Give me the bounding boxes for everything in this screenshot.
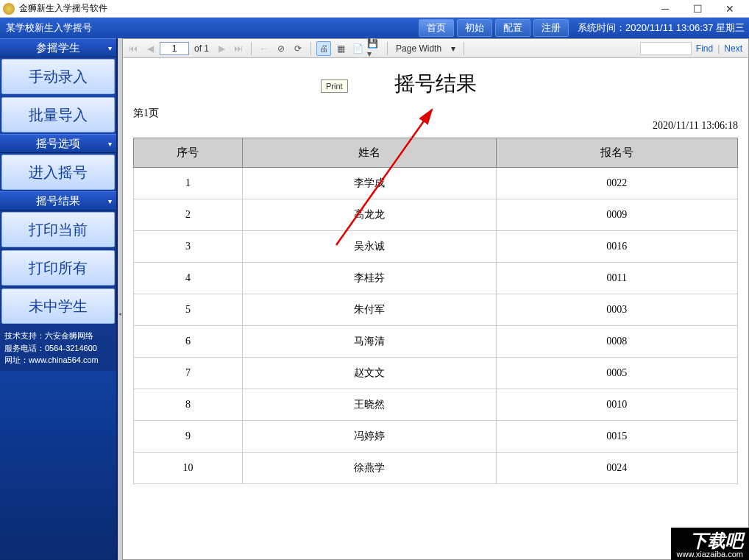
cell-seq: 4	[134, 263, 243, 294]
results-table: 序号 姓名 报名号 1李学成00222高龙龙00093吴永诚00164李桂芬00…	[133, 138, 738, 484]
window-title: 金狮新生入学摇号软件	[19, 2, 107, 15]
cell-seq: 6	[134, 326, 243, 358]
watermark-url: www.xiazaiba.com	[677, 550, 743, 559]
section-students[interactable]: 参摇学生 ▾	[0, 38, 116, 57]
cell-regno: 0016	[496, 231, 737, 263]
splitter[interactable]: ◂	[118, 38, 122, 560]
section-students-label: 参摇学生	[36, 41, 80, 55]
app-header: 某学校新生入学摇号 首页 初始 配置 注册 系统时间：2020/11/11 13…	[0, 18, 749, 38]
col-regno: 报名号	[496, 138, 737, 168]
cell-regno: 0015	[496, 421, 737, 453]
table-row: 1李学成0022	[134, 168, 738, 199]
table-row: 10徐燕学0024	[134, 453, 738, 484]
cell-name: 赵文文	[242, 358, 496, 389]
report-viewer: ⏮ ◀ of 1 ▶ ⏭ ← ⊘ ⟳ 🖨 ▦ 📄 💾▾ Page Width ▾…	[122, 38, 749, 560]
btn-manual-entry[interactable]: 手动录入	[1, 59, 115, 94]
cell-seq: 7	[134, 358, 243, 389]
chevron-down-icon: ▾	[108, 140, 112, 148]
nav-register[interactable]: 注册	[533, 19, 569, 37]
nav-init[interactable]: 初始	[457, 19, 492, 37]
section-options[interactable]: 摇号选项 ▾	[0, 134, 116, 153]
find-next-link[interactable]: Next	[724, 43, 742, 54]
page-number-input[interactable]	[160, 42, 189, 55]
sidebar: 参摇学生 ▾ 手动录入 批量导入 摇号选项 ▾ 进入摇号 摇号结果 ▾ 打印当前…	[0, 38, 118, 560]
cell-regno: 0009	[496, 199, 737, 231]
table-row: 9冯婷婷0015	[134, 421, 738, 453]
col-name: 姓名	[242, 138, 496, 168]
cell-name: 徐燕学	[242, 453, 496, 484]
cell-regno: 0024	[496, 453, 737, 484]
cell-regno: 0008	[496, 326, 737, 358]
cell-seq: 2	[134, 199, 243, 231]
nav-home[interactable]: 首页	[419, 19, 454, 37]
cell-name: 李桂芬	[242, 263, 496, 294]
btn-print-all[interactable]: 打印所有	[1, 250, 115, 286]
cell-name: 冯婷婷	[242, 421, 496, 453]
report-page-label: 第1页	[133, 107, 738, 120]
next-page-icon[interactable]: ▶	[214, 41, 229, 56]
print-tooltip: Print	[321, 79, 348, 93]
window-titlebar: 金狮新生入学摇号软件 ─ ☐ ✕	[0, 0, 749, 18]
page-setup-icon[interactable]: 📄	[350, 41, 365, 56]
cell-seq: 9	[134, 421, 243, 453]
print-icon[interactable]: 🖨	[316, 41, 331, 56]
prev-page-icon[interactable]: ◀	[143, 41, 157, 56]
section-results-label: 摇号结果	[36, 194, 80, 208]
report-title: 摇号结果	[133, 70, 738, 98]
first-page-icon[interactable]: ⏮	[126, 41, 141, 56]
chevron-down-icon: ▾	[108, 44, 112, 52]
col-seq: 序号	[134, 138, 243, 168]
close-button[interactable]: ✕	[714, 1, 746, 17]
app-icon	[3, 3, 15, 15]
support-line1: 技术支持：六安金狮网络	[4, 330, 112, 342]
export-icon[interactable]: 💾▾	[367, 41, 382, 56]
page-of-label: of 1	[194, 43, 209, 54]
btn-print-current[interactable]: 打印当前	[1, 212, 115, 247]
cell-name: 朱付军	[242, 294, 496, 326]
find-link[interactable]: Find	[696, 43, 713, 54]
report-datetime: 2020/11/11 13:06:18	[133, 120, 738, 132]
school-label: 某学校新生入学摇号	[6, 21, 92, 35]
nav-config[interactable]: 配置	[495, 19, 530, 37]
window-controls: ─ ☐ ✕	[649, 1, 746, 17]
cell-regno: 0011	[496, 263, 737, 294]
cell-seq: 3	[134, 231, 243, 263]
table-row: 2高龙龙0009	[134, 199, 738, 231]
btn-enter-lottery[interactable]: 进入摇号	[1, 155, 115, 190]
zoom-select[interactable]: Page Width ▾	[393, 43, 458, 54]
minimize-button[interactable]: ─	[649, 1, 681, 17]
print-layout-icon[interactable]: ▦	[333, 41, 348, 56]
table-row: 6马海清0008	[134, 326, 738, 358]
last-page-icon[interactable]: ⏭	[231, 41, 246, 56]
cell-regno: 0005	[496, 358, 737, 389]
table-row: 7赵文文0005	[134, 358, 738, 389]
stop-icon[interactable]: ⊘	[274, 41, 288, 56]
cell-name: 李学成	[242, 168, 496, 199]
cell-name: 王晓然	[242, 389, 496, 421]
watermark-logo: 下载吧	[677, 532, 743, 550]
find-input[interactable]	[640, 42, 692, 55]
table-header-row: 序号 姓名 报名号	[134, 138, 738, 168]
support-line2: 服务电话：0564-3214600	[4, 342, 112, 355]
back-icon[interactable]: ←	[257, 41, 271, 56]
support-line3: 网址：www.china564.com	[4, 354, 112, 366]
support-info: 技术支持：六安金狮网络 服务电话：0564-3214600 网址：www.chi…	[0, 325, 116, 371]
maximize-button[interactable]: ☐	[681, 1, 714, 17]
section-options-label: 摇号选项	[36, 137, 80, 151]
table-row: 3吴永诚0016	[134, 231, 738, 263]
btn-batch-import[interactable]: 批量导入	[1, 97, 115, 132]
table-row: 5朱付军0003	[134, 294, 738, 326]
btn-unmatched[interactable]: 未中学生	[1, 288, 115, 324]
table-row: 8王晓然0010	[134, 389, 738, 421]
cell-regno: 0022	[496, 168, 737, 199]
refresh-icon[interactable]: ⟳	[291, 41, 305, 56]
chevron-down-icon: ▾	[108, 197, 112, 205]
cell-regno: 0010	[496, 389, 737, 421]
cell-regno: 0003	[496, 294, 737, 326]
system-time: 系统时间：2020/11/11 13:06:37 星期三	[578, 21, 745, 35]
cell-name: 高龙龙	[242, 199, 496, 231]
cell-seq: 10	[134, 453, 243, 484]
cell-name: 马海清	[242, 326, 496, 358]
section-results[interactable]: 摇号结果 ▾	[0, 191, 116, 210]
report-toolbar: ⏮ ◀ of 1 ▶ ⏭ ← ⊘ ⟳ 🖨 ▦ 📄 💾▾ Page Width ▾…	[123, 39, 748, 58]
